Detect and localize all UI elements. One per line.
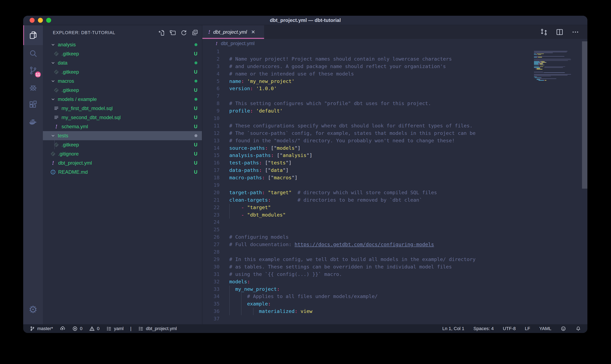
tab-dbt-project-yml[interactable]: ! dbt_project.yml ✕ [202, 25, 264, 39]
tree-item-label: schema.yml [61, 124, 88, 130]
code-line-20[interactable]: 20target-path: "target" # directory whic… [202, 189, 587, 196]
code-line-7[interactable]: 7 [202, 92, 587, 100]
tree-folder-tests[interactable]: tests [43, 131, 202, 140]
activity-item-docker[interactable] [23, 113, 43, 130]
status-feedback[interactable] [560, 326, 566, 332]
refresh-explorer-button[interactable] [180, 28, 188, 37]
code-line-23[interactable]: 23 - "dbt_modules" [202, 211, 587, 219]
code-text: # Applies to all files under models/exam… [220, 293, 377, 300]
run-debug-icon [28, 83, 38, 92]
code-line-4[interactable]: 4# name or the intended use of these mod… [202, 70, 587, 78]
code-line-19[interactable]: 19 [202, 182, 587, 189]
tree-file-my-second-dbt-model-sql[interactable]: my_second_dbt_model.sqlU [43, 113, 202, 122]
code-line-32[interactable]: 32models: [202, 278, 587, 286]
code-line-26[interactable]: 26# Configuring models [202, 234, 587, 241]
line-number: 11 [202, 122, 220, 130]
code-editor[interactable]: 12# Name your project! Project names sho… [202, 48, 587, 324]
code-line-2[interactable]: 2# Name your project! Project names shou… [202, 55, 587, 63]
status-publish-changes[interactable] [60, 326, 66, 332]
status-errors[interactable]: 0 [72, 326, 83, 332]
activity-item-run-debug[interactable] [23, 79, 43, 96]
code-line-29[interactable]: 29# In this example config, we tell dbt … [202, 256, 587, 263]
new-folder-button[interactable] [168, 28, 177, 37]
search-icon [28, 49, 38, 58]
code-line-10[interactable]: 10 [202, 115, 587, 122]
activity-item-extensions[interactable] [23, 96, 43, 113]
code-line-5[interactable]: 5name: 'my_new_project' [202, 78, 587, 85]
status-indentation[interactable]: Spaces: 4 [473, 326, 494, 331]
tree-file-readme-md[interactable]: README.mdU [43, 168, 202, 177]
tree-folder-macros[interactable]: macros [43, 77, 202, 86]
code-line-11[interactable]: 11# These configurations specify where d… [202, 122, 587, 130]
code-line-17[interactable]: 17data-paths: ["data"] [202, 167, 587, 174]
code-line-28[interactable]: 28 [202, 248, 587, 256]
status-outline-file[interactable]: dbt_project.yml [138, 326, 177, 332]
tree-file--gitkeep[interactable]: .gitkeepU [43, 49, 202, 58]
activity-item-settings[interactable]: ⚙ [23, 302, 43, 317]
code-line-35[interactable]: 35 example: [202, 300, 587, 308]
tree-file-my-first-dbt-model-sql[interactable]: my_first_dbt_model.sqlU [43, 104, 202, 113]
code-line-24[interactable]: 24 [202, 219, 587, 226]
status-language-mode[interactable]: YAML [539, 326, 551, 331]
status-cursor-position[interactable]: Ln 1, Col 1 [442, 326, 464, 331]
code-line-13[interactable]: 13# found in the "models/" directory. Yo… [202, 137, 587, 144]
code-line-31[interactable]: 31# using the `{{ config(...) }}` macro. [202, 271, 587, 278]
code-line-25[interactable]: 25 [202, 226, 587, 234]
status-outline-language[interactable]: yaml [106, 326, 124, 332]
code-line-16[interactable]: 16test-paths: ["tests"] [202, 159, 587, 167]
code-line-14[interactable]: 14source-paths: ["models"] [202, 144, 587, 152]
code-text: target-path: "target" # directory which … [220, 189, 437, 196]
code-line-8[interactable]: 8# This setting configures which "profil… [202, 100, 587, 107]
collapse-folders-button[interactable] [191, 28, 199, 37]
line-number: 13 [202, 137, 220, 144]
status-encoding[interactable]: UTF-8 [503, 326, 516, 331]
activity-item-explorer[interactable] [23, 25, 43, 45]
tree-file--gitignore[interactable]: .gitignoreU [43, 149, 202, 158]
tree-file--gitkeep[interactable]: .gitkeepU [43, 67, 202, 77]
activity-item-source-control[interactable]: 11 [23, 62, 43, 79]
code-line-36[interactable]: 36 materialized: view [202, 308, 587, 315]
minimap-line [534, 61, 539, 62]
line-number: 24 [202, 219, 220, 226]
tree-file--gitkeep[interactable]: .gitkeepU [43, 140, 202, 149]
code-line-37[interactable]: 37 [202, 315, 587, 323]
tree-folder-analysis[interactable]: analysis [43, 40, 202, 49]
vscode-window: dbt_project.yml — dbt-tutorial 11⚙ EXPLO… [23, 16, 587, 333]
git-untracked-badge: U [194, 69, 197, 75]
split-editor-button[interactable] [555, 28, 564, 36]
folder-changes-dot [194, 80, 197, 82]
tab-close-icon[interactable]: ✕ [251, 29, 255, 35]
editor-scrollbar[interactable] [582, 41, 587, 189]
tree-file-dbt-project-yml[interactable]: !dbt_project.ymlU [43, 158, 202, 168]
chevron-down-icon [50, 97, 56, 102]
breadcrumb[interactable]: ! dbt_project.yml [202, 39, 587, 48]
minimap[interactable] [534, 50, 582, 324]
status-eol[interactable]: LF [525, 326, 530, 331]
yaml-warning-icon: ! [53, 123, 59, 130]
code-line-1[interactable]: 1 [202, 48, 587, 55]
code-line-15[interactable]: 15analysis-paths: ["analysis"] [202, 152, 587, 159]
tree-folder-models-example[interactable]: models / example [43, 95, 202, 104]
new-file-button[interactable] [157, 28, 166, 37]
open-changes-button[interactable] [540, 28, 548, 36]
status-notifications[interactable] [575, 326, 581, 332]
activity-item-search[interactable] [23, 45, 43, 62]
status-warnings[interactable]: 0 [89, 326, 99, 332]
code-line-22[interactable]: 22 - "target" [202, 204, 587, 211]
more-actions-button[interactable] [571, 28, 580, 36]
code-line-3[interactable]: 3# and underscores. A good package name … [202, 63, 587, 70]
tree-folder-data[interactable]: data [43, 58, 202, 67]
code-line-34[interactable]: 34 # Applies to all files under models/e… [202, 293, 587, 300]
status-git-branch[interactable]: master* [29, 326, 53, 332]
code-line-27[interactable]: 27# Full documentation: https://docs.get… [202, 241, 587, 248]
code-line-6[interactable]: 6version: '1.0.0' [202, 85, 587, 92]
tree-file--gitkeep[interactable]: .gitkeepU [43, 86, 202, 95]
code-line-33[interactable]: 33 my_new_project: [202, 286, 587, 293]
code-line-30[interactable]: 30# as tables. These settings can be ove… [202, 263, 587, 271]
code-line-18[interactable]: 18macro-paths: ["macros"] [202, 174, 587, 182]
breadcrumb-item-file[interactable]: dbt_project.yml [221, 40, 255, 46]
tree-file-schema-yml[interactable]: !schema.ymlU [43, 122, 202, 131]
code-line-9[interactable]: 9profile: 'default' [202, 107, 587, 115]
code-line-12[interactable]: 12# The `source-paths` config, for examp… [202, 130, 587, 137]
code-line-21[interactable]: 21clean-targets: # directories to be rem… [202, 196, 587, 204]
